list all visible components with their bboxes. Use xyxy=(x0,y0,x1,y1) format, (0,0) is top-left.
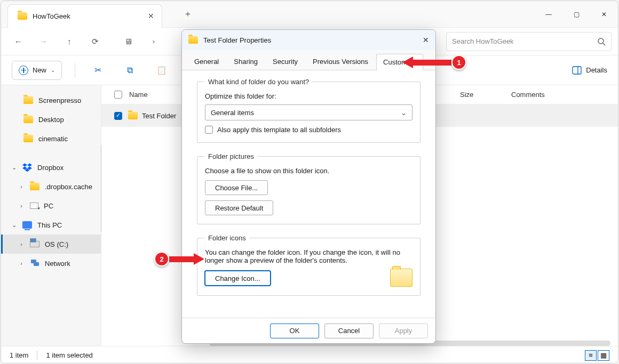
copy-icon[interactable]: ⧉ xyxy=(120,61,139,80)
plus-icon xyxy=(19,66,28,75)
sidebar-item-network[interactable]: ›Network xyxy=(1,254,101,273)
window-tab[interactable]: HowToGeek ✕ xyxy=(7,4,162,28)
cancel-button[interactable]: Cancel xyxy=(324,323,374,338)
address-chevron-icon[interactable]: › xyxy=(143,32,164,51)
annotation-callout-2: 2 xyxy=(154,252,204,266)
svg-rect-5 xyxy=(34,262,39,266)
monitor-icon xyxy=(22,221,32,229)
select-value: General items xyxy=(211,109,254,117)
refresh-button[interactable]: ⟳ xyxy=(84,32,106,51)
svg-point-0 xyxy=(598,38,604,44)
sidebar-label: OS (C:) xyxy=(45,240,68,248)
properties-dialog: Test Folder Properties ✕ General Sharing… xyxy=(181,29,436,344)
folder-icon xyxy=(23,96,33,104)
drive-icon xyxy=(30,241,39,247)
select-all-checkbox[interactable] xyxy=(114,91,122,99)
maximize-button[interactable]: ▢ xyxy=(562,3,590,26)
sidebar-item-cinematic[interactable]: cinematic xyxy=(1,129,101,148)
new-tab-button[interactable]: ＋ xyxy=(184,9,192,20)
window-controls: — ▢ ✕ xyxy=(535,3,618,26)
folder-pictures-group: Folder pictures Choose a file to show on… xyxy=(197,152,420,224)
sidebar-label: Screenpresso xyxy=(38,96,81,104)
column-comments[interactable]: Comments xyxy=(511,91,618,99)
back-button[interactable]: ← xyxy=(7,32,29,51)
folder-icons-label: You can change the folder icon. If you c… xyxy=(205,248,412,264)
chevron-right-icon: › xyxy=(18,203,25,209)
dialog-close-button[interactable]: ✕ xyxy=(423,36,429,44)
paste-icon[interactable]: 📋 xyxy=(152,61,171,80)
address-monitor-icon[interactable]: 🖥 xyxy=(117,32,139,51)
sidebar-label: cinematic xyxy=(38,135,68,143)
apply-button[interactable]: Apply xyxy=(379,323,428,338)
sidebar-item-pc[interactable]: ›PC xyxy=(1,196,101,215)
sidebar-item-os-c[interactable]: ›OS (C:) xyxy=(1,234,101,254)
group-legend: Folder icons xyxy=(205,234,249,242)
row-checkbox[interactable] xyxy=(114,112,122,120)
sidebar-label: Dropbox xyxy=(37,164,64,172)
forward-button[interactable]: → xyxy=(33,32,54,51)
search-placeholder: Search HowToGeek xyxy=(452,37,514,45)
sidebar-item-dropbox-cache[interactable]: ›.dropbox.cache xyxy=(1,177,101,196)
annotation-badge: 2 xyxy=(154,252,169,266)
choose-file-button[interactable]: Choose File... xyxy=(205,180,268,195)
folder-icon xyxy=(18,12,27,20)
pc-icon xyxy=(30,203,38,209)
arrow-body xyxy=(169,256,194,262)
annotation-badge: 1 xyxy=(451,55,466,70)
status-bar: 1 item 1 item selected ≡ ▦ xyxy=(1,346,618,363)
tab-sharing[interactable]: Sharing xyxy=(227,53,265,70)
folder-pictures-label: Choose a file to show on this folder ico… xyxy=(205,167,412,175)
change-icon-button[interactable]: Change Icon... xyxy=(205,271,271,286)
chevron-right-icon: › xyxy=(18,183,25,190)
chevron-right-icon: › xyxy=(18,260,25,266)
sidebar-label: Network xyxy=(45,260,70,268)
view-large-button[interactable]: ▦ xyxy=(598,350,609,361)
sidebar-item-screenpresso[interactable]: Screenpresso xyxy=(1,91,101,110)
dialog-titlebar: Test Folder Properties ✕ xyxy=(182,30,435,50)
new-label: New xyxy=(33,66,46,74)
up-button[interactable]: ↑ xyxy=(59,32,80,51)
optimize-select[interactable]: General items ⌄ xyxy=(205,104,412,120)
dialog-tabs: General Sharing Security Previous Versio… xyxy=(182,50,435,70)
sidebar-label: Desktop xyxy=(38,116,64,124)
group-legend: Folder pictures xyxy=(205,152,257,160)
chevron-down-icon: ⌄ xyxy=(11,164,17,171)
svg-rect-2 xyxy=(573,67,581,74)
sidebar-label: .dropbox.cache xyxy=(45,183,92,191)
close-button[interactable]: ✕ xyxy=(590,3,618,26)
apply-subfolders-checkbox[interactable] xyxy=(205,126,213,134)
tab-close-icon[interactable]: ✕ xyxy=(148,12,154,20)
folder-icon xyxy=(23,135,33,142)
minimize-button[interactable]: — xyxy=(535,3,562,26)
tab-previous-versions[interactable]: Previous Versions xyxy=(306,53,375,70)
search-icon xyxy=(597,37,606,46)
restore-default-button[interactable]: Restore Default xyxy=(205,200,273,215)
folder-icons-group: Folder icons You can change the folder i… xyxy=(197,234,420,296)
view-details-button[interactable]: ≡ xyxy=(585,350,597,361)
search-input[interactable]: Search HowToGeek xyxy=(446,32,612,51)
sidebar: Screenpresso Desktop cinematic ⌄Dropbox … xyxy=(1,85,101,346)
sidebar-item-this-pc[interactable]: ⌄This PC xyxy=(1,215,101,234)
cut-icon[interactable]: ✂ xyxy=(88,61,107,80)
details-toggle[interactable]: Details xyxy=(572,66,607,75)
new-button[interactable]: New ⌄ xyxy=(12,61,62,80)
arrow-body xyxy=(413,60,451,66)
chevron-down-icon: ⌄ xyxy=(51,67,55,73)
dialog-body: What kind of folder do you want? Optimiz… xyxy=(182,70,435,318)
dialog-title: Test Folder Properties xyxy=(203,36,271,44)
ok-button[interactable]: OK xyxy=(270,323,319,338)
sidebar-item-desktop[interactable]: Desktop xyxy=(1,110,101,129)
chevron-down-icon: ⌄ xyxy=(11,222,17,229)
column-size[interactable]: Size xyxy=(460,91,511,99)
separator xyxy=(75,63,75,78)
arrow-icon xyxy=(194,253,204,265)
tab-security[interactable]: Security xyxy=(266,53,305,70)
optimize-group: What kind of folder do you want? Optimiz… xyxy=(197,78,420,143)
tab-general[interactable]: General xyxy=(187,53,226,70)
sidebar-item-dropbox[interactable]: ⌄Dropbox xyxy=(1,158,101,177)
separator xyxy=(37,351,37,360)
item-selected: 1 item selected xyxy=(46,351,92,359)
svg-line-1 xyxy=(603,43,605,45)
row-name: Test Folder xyxy=(142,112,176,120)
annotation-callout-1: 1 xyxy=(402,55,466,70)
